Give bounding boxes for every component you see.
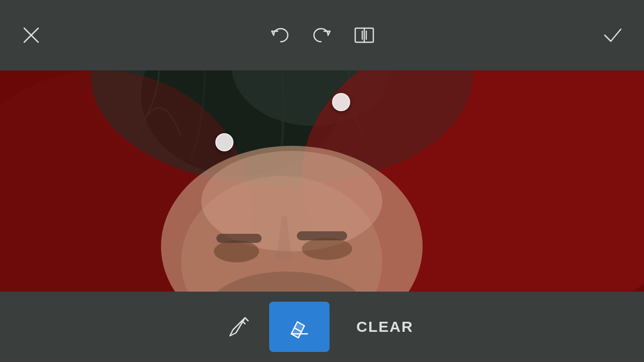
redo-button[interactable] <box>311 24 333 46</box>
eraser-tool-button[interactable] <box>269 302 330 352</box>
bottom-toolbar: CLEAR <box>0 292 644 362</box>
image-canvas[interactable] <box>0 70 644 292</box>
top-toolbar <box>0 0 644 70</box>
close-button[interactable] <box>20 24 42 46</box>
undo-button[interactable] <box>269 24 291 46</box>
confirm-button[interactable] <box>602 24 624 46</box>
svg-point-17 <box>214 240 259 262</box>
annotation-dot-2[interactable] <box>215 133 233 151</box>
toolbar-center-icons <box>269 24 375 46</box>
detail-svg <box>0 70 644 292</box>
pen-tool-button[interactable] <box>209 302 269 352</box>
annotation-dot-1[interactable] <box>332 93 350 111</box>
compare-view-button[interactable] <box>353 24 375 46</box>
svg-point-18 <box>302 238 352 260</box>
image-background <box>0 70 644 292</box>
clear-label: CLEAR <box>356 318 413 335</box>
clear-button[interactable]: CLEAR <box>335 302 435 352</box>
